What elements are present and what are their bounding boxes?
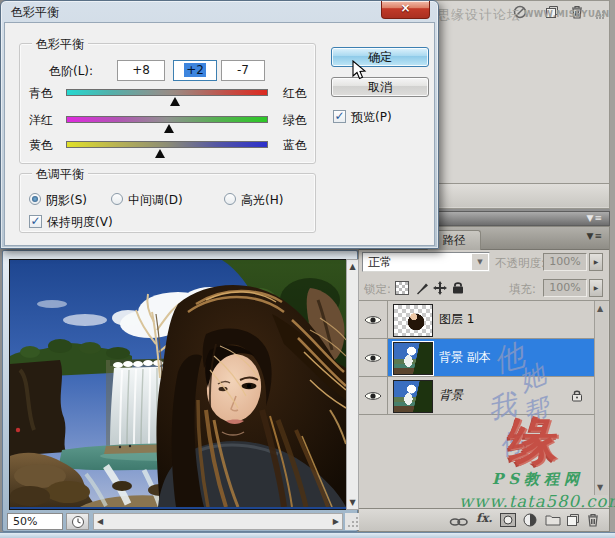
document-window: ▲ ▼ 50% ◀ ▶ [2, 250, 358, 532]
cyan-red-slider[interactable] [66, 89, 268, 96]
visibility-cell[interactable] [359, 339, 388, 376]
lock-pixels-brush-icon[interactable] [415, 281, 429, 298]
scroll-up-icon[interactable]: ▲ [597, 304, 603, 313]
lock-position-move-icon[interactable] [433, 281, 447, 298]
check-icon: ✓ [334, 109, 344, 123]
preview-checkbox[interactable]: ✓ [333, 110, 346, 123]
magenta-green-slider-thumb[interactable] [164, 124, 174, 133]
forum-url-watermark: WWW.MISSYUAN.COM [524, 9, 615, 19]
blend-mode-select[interactable]: 正常 ▼ [362, 252, 490, 272]
document-status-bar: 50% ◀ ▶ [5, 512, 357, 531]
red-seal-watermark: 缘 [506, 414, 560, 470]
slider3-right-label: 蓝色 [283, 137, 307, 154]
layer-name[interactable]: 图层 1 [439, 301, 474, 338]
blend-mode-row: 正常 ▼ 不透明度: 100% ▶ [359, 249, 609, 275]
radio-highlights-label[interactable]: 高光(H) [241, 192, 283, 209]
trash-icon[interactable] [587, 513, 599, 530]
blend-mode-value: 正常 [368, 255, 392, 269]
magenta-green-slider[interactable] [66, 116, 268, 123]
radio-midtones-label[interactable]: 中间调(D) [128, 192, 183, 209]
check-icon: ✓ [30, 214, 40, 228]
layer-name[interactable]: 背景 副本 [439, 339, 491, 376]
preview-label[interactable]: 预览(P) [351, 109, 392, 126]
radio-shadows[interactable] [29, 193, 41, 205]
level-field-1[interactable]: +8 [117, 60, 165, 81]
radio-midtones[interactable] [111, 193, 123, 205]
visibility-cell[interactable] [359, 377, 388, 414]
vertical-scrollbar[interactable]: ▲ ▼ [346, 259, 359, 510]
fill-value[interactable]: 100% [543, 279, 587, 297]
adjustment-layer-icon[interactable] [523, 513, 537, 530]
level-field-3[interactable]: -7 [221, 60, 265, 81]
dialog-title: 色彩平衡 [11, 4, 59, 21]
ok-button[interactable]: 确定 [331, 47, 429, 67]
fill-label: 填充: [509, 282, 536, 297]
layers-toolbar: fx. [359, 508, 609, 531]
layer-thumbnail[interactable] [393, 380, 433, 413]
app-window-bottom-edge [0, 532, 615, 538]
scroll-right-icon[interactable]: ▶ [333, 517, 339, 526]
slider1-left-label: 青色 [29, 85, 53, 102]
preserve-luminosity-checkbox[interactable]: ✓ [29, 215, 42, 228]
radio-shadows-label[interactable]: 阴影(S) [46, 192, 87, 209]
level-field-2[interactable]: +2 [173, 60, 217, 81]
resize-grip-icon[interactable] [345, 513, 359, 530]
scroll-down-icon[interactable]: ▼ [348, 498, 357, 507]
slider2-right-label: 绿色 [283, 112, 307, 129]
mouse-cursor-icon [352, 60, 369, 82]
timing-info-button[interactable] [66, 513, 89, 530]
layer-row-background[interactable]: 背景 [359, 377, 596, 415]
link-layers-icon[interactable] [449, 516, 469, 530]
eye-icon [364, 314, 382, 326]
scroll-up-icon[interactable]: ▲ [348, 262, 357, 271]
layer-row-background-copy[interactable]: 背景 副本 [359, 339, 596, 377]
radio-highlights[interactable] [224, 193, 236, 205]
layer-list-scrollbar[interactable]: ▲ ▼ [594, 301, 608, 495]
new-group-folder-icon[interactable] [545, 514, 561, 529]
chevron-down-icon[interactable]: ▼ [472, 254, 488, 270]
layers-panel-menu-icon[interactable]: ▼≡ [587, 230, 603, 243]
layer-row-layer1[interactable]: 图层 1 [359, 301, 596, 339]
scroll-down-icon[interactable]: ▼ [597, 483, 603, 492]
slider3-left-label: 黄色 [29, 137, 53, 154]
lock-transparency-icon[interactable] [395, 281, 409, 295]
zoom-level-field[interactable]: 50% [7, 513, 63, 530]
lock-label: 锁定: [364, 282, 391, 297]
layer-name[interactable]: 背景 [439, 377, 463, 414]
cyan-red-slider-thumb[interactable] [170, 97, 180, 106]
slider2-left-label: 洋红 [29, 112, 53, 129]
dialog-body: 色彩平衡 色阶(L): +8 +2 -7 青色 红色 洋红 绿色 黄色 蓝色 色… [4, 22, 435, 246]
lock-row: 锁定: 填充: 100% ▶ [359, 275, 609, 301]
background-lock-icon [571, 389, 583, 405]
eye-icon [364, 352, 382, 364]
yellow-blue-slider[interactable] [66, 141, 268, 148]
horizontal-scrollbar[interactable]: ◀ ▶ [93, 513, 343, 530]
fill-spin-icon[interactable]: ▶ [589, 279, 603, 297]
add-layer-mask-icon[interactable] [500, 513, 516, 530]
eye-icon [364, 390, 382, 402]
slider1-right-label: 红色 [283, 85, 307, 102]
panel-menu-icon[interactable]: ▼≡ [587, 212, 603, 225]
opacity-value[interactable]: 100% [543, 253, 587, 271]
new-layer-icon[interactable] [566, 513, 580, 530]
opacity-spin-icon[interactable]: ▶ [589, 253, 603, 271]
preserve-luminosity-label[interactable]: 保持明度(V) [47, 214, 113, 231]
layer-thumbnail[interactable] [393, 342, 433, 375]
site-url-watermark: www.tata580.com [459, 492, 615, 511]
app-window-right-edge [610, 0, 615, 538]
color-balance-group-label: 色彩平衡 [32, 36, 88, 53]
photo-canvas[interactable] [9, 259, 347, 510]
levels-label: 色阶(L): [49, 63, 93, 80]
close-icon[interactable]: × [381, 1, 430, 19]
yellow-blue-slider-thumb[interactable] [155, 149, 165, 158]
forum-watermark: 思缘设计论坛 [437, 6, 521, 24]
opacity-label: 不透明度: [495, 256, 545, 271]
scroll-left-icon[interactable]: ◀ [97, 517, 103, 526]
layer-style-fx-icon[interactable]: fx. [476, 511, 493, 525]
lock-all-padlock-icon[interactable] [452, 281, 464, 297]
layer-thumbnail[interactable] [393, 304, 433, 337]
visibility-cell[interactable] [359, 301, 388, 338]
site-name-watermark: PS教程网 [492, 470, 584, 489]
cancel-button[interactable]: 取消 [331, 77, 429, 97]
layer-list: 图层 1 背景 副本 背景 [359, 301, 596, 415]
